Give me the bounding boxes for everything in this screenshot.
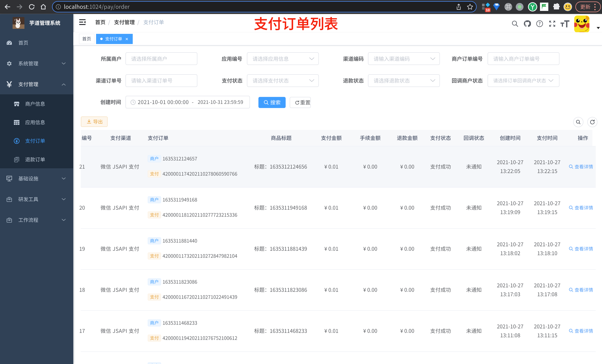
svg-text:10: 10 — [486, 8, 490, 12]
